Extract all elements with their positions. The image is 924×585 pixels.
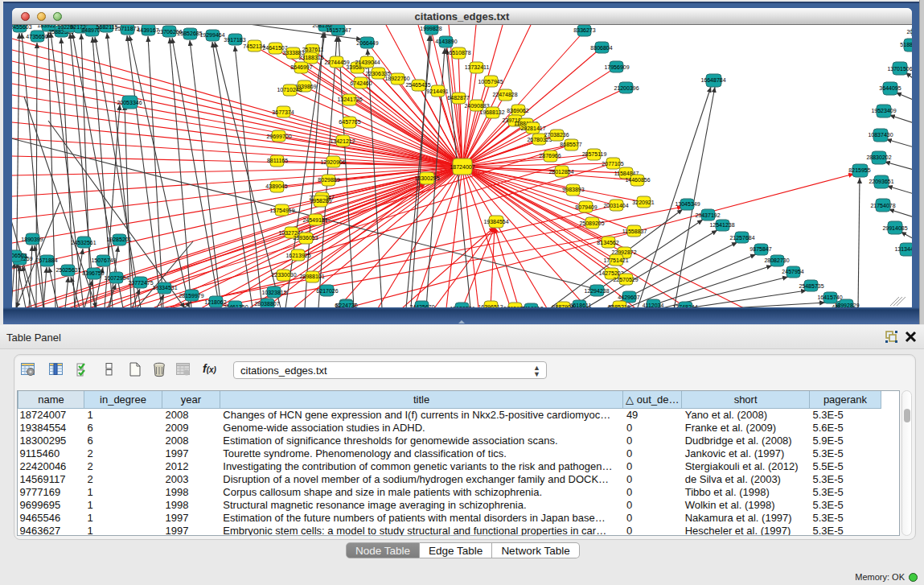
svg-text:23936053: 23936053 [293, 235, 318, 241]
svg-text:15076749: 15076749 [91, 257, 116, 263]
svg-text:16072954: 16072954 [104, 275, 129, 281]
svg-text:13754919: 13754919 [269, 208, 294, 213]
svg-text:8029889: 8029889 [318, 177, 339, 183]
svg-text:22570529: 22570529 [613, 277, 638, 282]
svg-text:10837430: 10837430 [868, 132, 893, 138]
svg-text:8079409: 8079409 [575, 204, 597, 210]
svg-text:28082730: 28082730 [764, 257, 789, 263]
svg-text:28038807: 28038807 [254, 301, 279, 307]
svg-text:2537611: 2537611 [302, 47, 324, 52]
svg-text:22806503: 22806503 [12, 253, 27, 258]
svg-text:5685216: 5685216 [608, 304, 630, 307]
svg-text:4735650: 4735650 [26, 34, 47, 39]
svg-text:7671884: 7671884 [35, 257, 57, 263]
svg-text:13701506: 13701506 [887, 66, 912, 72]
svg-text:22330030: 22330030 [271, 272, 296, 278]
svg-text:3220921: 3220921 [632, 200, 654, 205]
svg-text:18724007: 18724007 [450, 164, 474, 170]
svg-text:18992829: 18992829 [834, 303, 859, 307]
svg-text:26461350: 26461350 [223, 304, 248, 307]
svg-text:22093651: 22093651 [869, 179, 893, 184]
svg-text:13241736: 13241736 [337, 97, 362, 102]
svg-text:19299464: 19299464 [199, 32, 224, 38]
svg-text:29914085: 29914085 [882, 225, 907, 231]
svg-text:4429607: 4429607 [618, 295, 639, 300]
svg-text:13748244: 13748244 [672, 304, 697, 307]
svg-text:2876966: 2876966 [539, 153, 561, 159]
svg-text:8806804: 8806804 [590, 45, 612, 51]
svg-text:24532561: 24532561 [71, 240, 96, 245]
svg-text:9875847: 9875847 [749, 246, 771, 252]
svg-text:4389045: 4389045 [265, 183, 287, 189]
svg-text:18300295: 18300295 [414, 175, 439, 181]
svg-text:25711873: 25711873 [115, 26, 140, 31]
svg-text:12541238: 12541238 [709, 222, 734, 228]
svg-text:1999828: 1999828 [420, 26, 441, 31]
svg-text:18922760: 18922760 [384, 76, 409, 81]
svg-text:20372723: 20372723 [906, 29, 912, 35]
svg-text:28988101: 28988101 [299, 274, 324, 279]
svg-text:16396513: 16396513 [478, 304, 503, 307]
svg-text:19285201: 19285201 [106, 237, 131, 242]
svg-text:8134562: 8134562 [597, 240, 618, 245]
svg-text:15180586: 15180586 [450, 306, 474, 307]
svg-text:20053346: 20053346 [117, 100, 142, 105]
svg-text:15157347: 15157347 [326, 27, 351, 33]
svg-text:25465435: 25465435 [405, 82, 430, 88]
svg-text:2457954: 2457954 [782, 269, 803, 274]
svg-text:10334531: 10334531 [152, 285, 177, 290]
svg-text:12920906: 12920906 [320, 159, 345, 165]
svg-text:9958289: 9958289 [310, 198, 331, 204]
svg-text:4143890: 4143890 [435, 39, 457, 44]
svg-text:16510878: 16510878 [446, 50, 470, 56]
svg-text:25485735: 25485735 [799, 283, 823, 289]
svg-text:2077105: 2077105 [602, 161, 623, 167]
svg-text:27038236: 27038236 [544, 132, 569, 138]
svg-text:5188470: 5188470 [900, 42, 912, 47]
svg-text:24549181: 24549181 [302, 217, 327, 223]
svg-text:12294238: 12294238 [584, 288, 609, 294]
svg-text:16648784: 16648784 [700, 77, 725, 83]
svg-text:8685577: 8685577 [560, 142, 581, 147]
svg-text:6457765: 6457765 [339, 119, 360, 125]
svg-text:21257684: 21257684 [729, 235, 754, 241]
svg-text:21754078: 21754078 [870, 203, 895, 208]
svg-text:17956909: 17956909 [604, 64, 629, 70]
svg-text:10323815: 10323815 [261, 290, 286, 295]
svg-text:8369062: 8369062 [507, 108, 528, 113]
svg-text:19688132: 19688132 [479, 109, 504, 115]
svg-text:19384554: 19384554 [483, 219, 508, 225]
svg-text:2066449: 2066449 [356, 40, 378, 46]
svg-text:6742460: 6742460 [350, 80, 372, 86]
svg-text:3917183: 3917183 [224, 37, 245, 43]
svg-text:19523409: 19523409 [871, 108, 896, 113]
svg-text:4439167: 4439167 [137, 27, 158, 33]
svg-text:25025631: 25025631 [55, 267, 80, 273]
svg-text:20031404: 20031404 [603, 203, 628, 208]
svg-text:8336273: 8336273 [573, 27, 595, 33]
svg-text:8396759: 8396759 [82, 270, 104, 276]
svg-text:10710248: 10710248 [277, 87, 302, 93]
svg-text:21200396: 21200396 [614, 85, 639, 91]
svg-text:6482877: 6482877 [447, 95, 469, 101]
svg-text:28575119: 28575119 [582, 151, 607, 157]
svg-text:14460856: 14460856 [625, 177, 650, 183]
svg-text:1890399: 1890399 [21, 237, 43, 242]
svg-text:23188315: 23188315 [298, 55, 323, 60]
svg-text:5793975: 5793975 [503, 306, 525, 307]
svg-text:3644095: 3644095 [879, 85, 901, 91]
svg-text:28012854: 28012854 [548, 169, 573, 175]
svg-text:13045349: 13045349 [675, 201, 700, 207]
svg-text:3677374: 3677374 [272, 109, 294, 115]
svg-text:13732411: 13732411 [465, 64, 490, 70]
svg-text:29699700: 29699700 [266, 134, 291, 139]
svg-text:13134457: 13134457 [894, 246, 912, 252]
svg-text:16213925: 16213925 [285, 253, 310, 258]
svg-text:22455603: 22455603 [12, 25, 32, 30]
svg-text:22474828: 22474828 [492, 92, 517, 97]
svg-text:28830202: 28830202 [866, 154, 891, 160]
svg-text:8224730: 8224730 [335, 303, 357, 307]
svg-text:8646997: 8646997 [290, 64, 312, 70]
svg-text:17751421: 17751421 [603, 257, 628, 263]
svg-text:6217026: 6217026 [316, 288, 338, 294]
